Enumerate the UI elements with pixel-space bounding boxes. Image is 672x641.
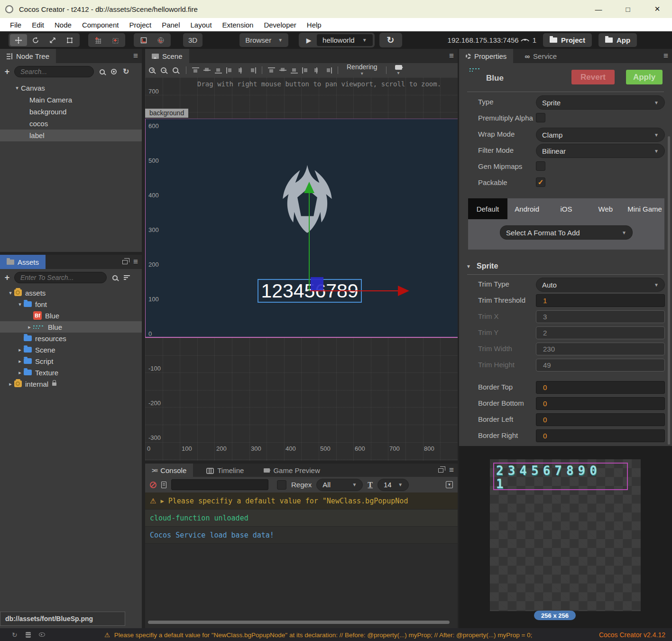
distribute-bottom-icon[interactable] [291,67,298,74]
collapse-arrow-icon[interactable]: ▸ [16,358,24,364]
tab-node-tree[interactable]: Node Tree [0,49,56,63]
asset-item-blue[interactable]: BfBlue [0,310,142,321]
tab-assets[interactable]: Assets [0,255,46,269]
rendering-dropdown[interactable]: Rendering▾ [347,64,377,76]
search-icon[interactable] [100,69,105,74]
platform-tab-default[interactable]: Default [468,198,507,219]
menu-extension[interactable]: Extension [217,21,259,29]
align-left-icon[interactable] [226,67,233,74]
border-top-input[interactable]: 0 [536,381,665,394]
rect-tool-icon[interactable] [61,34,78,46]
align-bottom-icon[interactable] [215,67,222,74]
asset-item-font[interactable]: ▾font [0,298,142,310]
tab-service[interactable]: ∞ Service [518,49,563,63]
trim-threshold-input[interactable]: 1 [536,294,665,307]
menu-node[interactable]: Node [49,21,77,29]
menu-component[interactable]: Component [77,21,124,29]
platform-tab-web[interactable]: Web [586,198,625,219]
tab-scene[interactable]: Scene [145,49,189,63]
gizmo-origin-handle[interactable] [311,277,323,290]
align-v-center-icon[interactable] [203,67,211,74]
border-bottom-input[interactable]: 0 [536,397,665,410]
gizmo-x-arrowhead[interactable] [398,286,409,296]
vertical-scrollbar[interactable] [668,136,670,445]
rotate-tool-icon[interactable] [27,34,44,46]
gizmo-anchor-icon[interactable] [107,34,124,46]
maximize-button[interactable]: □ [613,0,643,18]
border-right-input[interactable]: 0 [536,429,665,442]
expand-arrow-icon[interactable]: ▾ [16,301,24,307]
open-project-button[interactable]: Project [543,33,592,47]
tab-console[interactable]: >≡ Console [145,464,193,477]
minimize-button[interactable]: — [584,0,613,18]
menu-help[interactable]: Help [302,21,327,29]
tab-properties[interactable]: Properties [459,49,513,63]
collapse-arrow-icon[interactable]: ▸ [26,324,33,330]
gizmo-y-arrowhead[interactable] [304,182,314,193]
tab-game-preview[interactable]: Game Preview [257,464,326,477]
scale-tool-icon[interactable] [44,34,61,46]
align-right-icon[interactable] [249,67,256,74]
border-left-input[interactable]: 0 [536,413,665,426]
camera-dropdown[interactable]: ▾ [395,65,402,76]
revert-button[interactable]: Revert [571,70,615,84]
node-tree-item-cocos[interactable]: cocos [0,118,142,130]
popout-panel-icon[interactable] [438,468,443,473]
asset-item-resources[interactable]: resources [0,333,142,344]
open-app-button[interactable]: App [598,33,637,47]
zoom-out-icon[interactable]: − [161,67,166,73]
preview-eye-icon[interactable] [39,632,45,637]
horizontal-scrollbar[interactable] [148,621,450,624]
panel-menu-icon[interactable]: ≡ [133,51,138,61]
search-icon[interactable] [112,275,118,280]
asset-search-input[interactable] [14,272,107,283]
move-tool-icon[interactable] [10,34,27,46]
asset-item-scene[interactable]: ▸Scene [0,344,142,355]
collapse-logs-icon[interactable]: ▼ [446,481,453,488]
expand-arrow-icon[interactable]: ▾ [13,85,21,91]
node-tree-item-background[interactable]: background [0,106,142,118]
menu-layout[interactable]: Layout [185,21,217,29]
node-tree-item-label[interactable]: label [0,130,142,141]
align-h-center-icon[interactable] [238,67,245,74]
panel-menu-icon[interactable]: ≡ [449,465,454,475]
menu-edit[interactable]: Edit [27,21,49,29]
sprite-section-header[interactable]: ▼ Sprite [465,262,498,270]
platform-tab-mini-game[interactable]: Mini Game [625,198,664,219]
collapse-arrow-icon[interactable]: ▸ [16,370,24,376]
menu-project[interactable]: Project [124,21,156,29]
refresh-device-button[interactable]: ↻ [379,33,402,47]
refresh-icon[interactable]: ↻ [123,68,129,75]
preview-target-select[interactable]: Browser ▼ [239,33,288,47]
close-button[interactable]: ✕ [643,0,672,18]
clear-console-icon[interactable] [150,482,156,488]
asset-item-assets[interactable]: ▾assets [0,287,142,298]
play-button[interactable]: ▶ [301,37,317,44]
asset-item-blue[interactable]: ▸Blue [0,321,142,333]
menu-developer[interactable]: Developer [258,21,301,29]
gizmo-x-axis[interactable] [310,290,401,291]
distribute-v-center-icon[interactable] [279,67,286,74]
gizmo-y-axis[interactable] [309,192,310,291]
panel-menu-icon[interactable]: ≡ [449,51,454,61]
collapse-arrow-icon[interactable]: ▸ [16,347,24,353]
zoom-reset-icon[interactable] [173,67,178,73]
expand-arrow-icon[interactable]: ▾ [7,290,14,296]
distribute-right-icon[interactable] [325,67,332,74]
gen-mipmaps-checkbox[interactable] [536,161,545,171]
splitter[interactable] [0,252,142,255]
status-warning[interactable]: ⚠Please specifiy a default value for "Ne… [104,631,574,639]
platform-tab-ios[interactable]: iOS [547,198,586,219]
coord-local-icon[interactable] [135,34,152,46]
console-filter-input[interactable] [171,479,268,490]
coord-world-icon[interactable] [152,34,169,46]
panel-menu-icon[interactable]: ≡ [663,51,668,61]
popout-panel-icon[interactable] [122,260,128,264]
menu-panel[interactable]: Panel [156,21,185,29]
tab-timeline[interactable]: Timeline [200,464,250,477]
compile-icon[interactable]: ↻ [12,631,18,639]
cocos-sprite[interactable] [276,161,339,257]
scene-viewport[interactable]: Drag with right mouse button to pan view… [145,77,458,461]
node-search-input[interactable] [14,66,94,77]
filter-mode-select[interactable]: Bilinear ▼ [536,144,665,158]
